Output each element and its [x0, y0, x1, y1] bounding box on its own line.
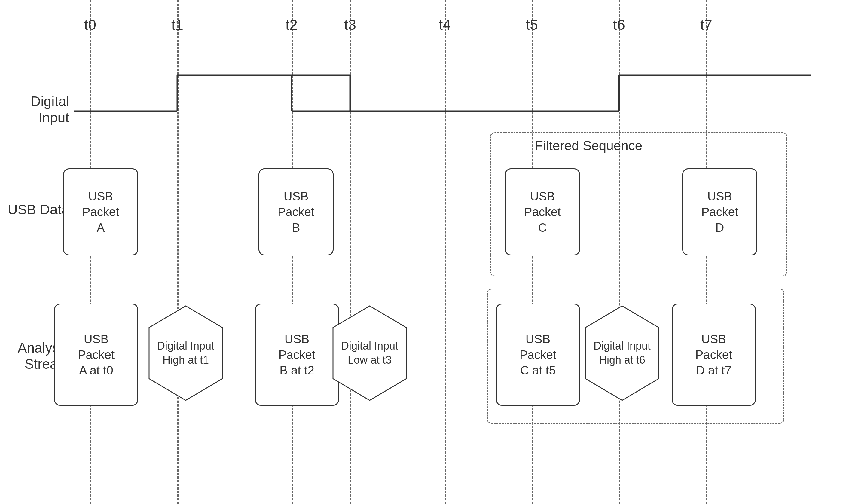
usb-packet-a: USBPacketA: [63, 168, 138, 255]
filtered-sequence-label: Filtered Sequence: [535, 138, 642, 153]
time-label-t7: t7: [700, 17, 712, 33]
diagram-container: t0 t1 t2 t3 t4 t5 t6 t7 Digital Input US…: [0, 0, 846, 504]
digital-input-waveform: [0, 45, 846, 135]
analysis-digital-input-high-t1: Digital InputHigh at t1: [147, 304, 225, 403]
analysis-digital-input-low-t3: Digital InputLow at t3: [330, 304, 409, 403]
time-label-t3: t3: [344, 17, 356, 33]
row-label-usb-data: USB Data: [3, 201, 69, 218]
time-label-t4: t4: [439, 17, 451, 33]
time-label-t0: t0: [84, 17, 96, 33]
usb-packet-c: USBPacketC: [505, 168, 580, 255]
usb-packet-b: USBPacketB: [258, 168, 334, 255]
time-label-t2: t2: [286, 17, 298, 33]
time-label-t5: t5: [526, 17, 538, 33]
time-label-t1: t1: [171, 17, 183, 33]
analysis-usb-packet-b: USBPacketB at t2: [255, 304, 339, 406]
usb-packet-d: USBPacketD: [682, 168, 757, 255]
time-label-t6: t6: [613, 17, 625, 33]
analysis-usb-packet-a: USBPacketA at t0: [54, 304, 138, 406]
